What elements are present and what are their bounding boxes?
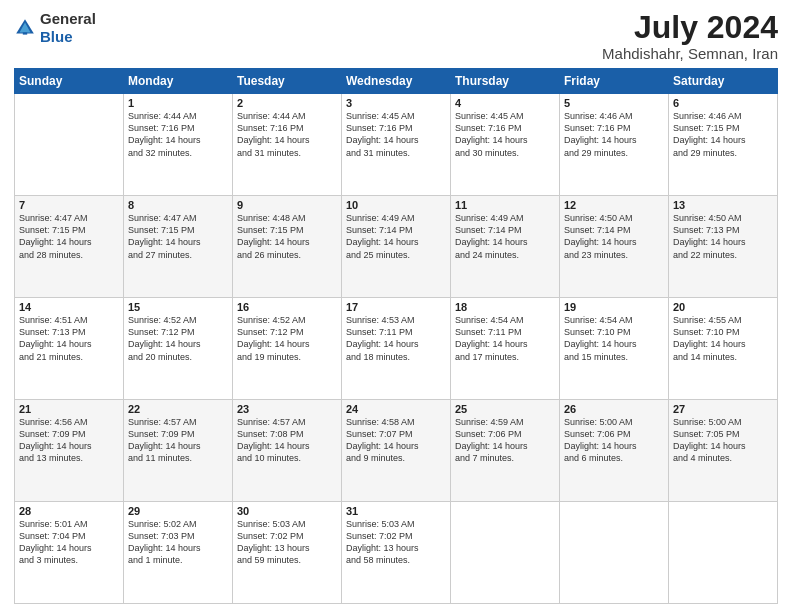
- logo-text: General Blue: [40, 10, 96, 46]
- calendar-cell: 2Sunrise: 4:44 AM Sunset: 7:16 PM Daylig…: [233, 94, 342, 196]
- cell-date-number: 30: [237, 505, 337, 517]
- cell-date-number: 14: [19, 301, 119, 313]
- main-title: July 2024: [602, 10, 778, 45]
- cell-info: Sunrise: 4:52 AM Sunset: 7:12 PM Dayligh…: [128, 314, 228, 363]
- cell-date-number: 1: [128, 97, 228, 109]
- calendar-cell: 8Sunrise: 4:47 AM Sunset: 7:15 PM Daylig…: [124, 196, 233, 298]
- cell-date-number: 19: [564, 301, 664, 313]
- cell-date-number: 6: [673, 97, 773, 109]
- cell-date-number: 28: [19, 505, 119, 517]
- cell-date-number: 8: [128, 199, 228, 211]
- logo-general: General: [40, 10, 96, 27]
- cell-info: Sunrise: 4:53 AM Sunset: 7:11 PM Dayligh…: [346, 314, 446, 363]
- calendar-cell: 13Sunrise: 4:50 AM Sunset: 7:13 PM Dayli…: [669, 196, 778, 298]
- svg-rect-2: [23, 32, 27, 34]
- cell-date-number: 25: [455, 403, 555, 415]
- calendar-cell: 14Sunrise: 4:51 AM Sunset: 7:13 PM Dayli…: [15, 298, 124, 400]
- cell-info: Sunrise: 4:49 AM Sunset: 7:14 PM Dayligh…: [455, 212, 555, 261]
- calendar-cell: 28Sunrise: 5:01 AM Sunset: 7:04 PM Dayli…: [15, 502, 124, 604]
- calendar-header-row: SundayMondayTuesdayWednesdayThursdayFrid…: [15, 69, 778, 94]
- cell-date-number: 15: [128, 301, 228, 313]
- cell-info: Sunrise: 4:52 AM Sunset: 7:12 PM Dayligh…: [237, 314, 337, 363]
- cell-date-number: 24: [346, 403, 446, 415]
- cell-date-number: 26: [564, 403, 664, 415]
- calendar-cell: [451, 502, 560, 604]
- cell-info: Sunrise: 5:00 AM Sunset: 7:06 PM Dayligh…: [564, 416, 664, 465]
- cell-info: Sunrise: 4:44 AM Sunset: 7:16 PM Dayligh…: [128, 110, 228, 159]
- title-block: July 2024 Mahdishahr, Semnan, Iran: [602, 10, 778, 62]
- calendar-cell: 1Sunrise: 4:44 AM Sunset: 7:16 PM Daylig…: [124, 94, 233, 196]
- cell-info: Sunrise: 5:00 AM Sunset: 7:05 PM Dayligh…: [673, 416, 773, 465]
- sub-title: Mahdishahr, Semnan, Iran: [602, 45, 778, 62]
- calendar-cell: 17Sunrise: 4:53 AM Sunset: 7:11 PM Dayli…: [342, 298, 451, 400]
- cell-date-number: 31: [346, 505, 446, 517]
- cell-info: Sunrise: 4:54 AM Sunset: 7:10 PM Dayligh…: [564, 314, 664, 363]
- calendar-cell: 4Sunrise: 4:45 AM Sunset: 7:16 PM Daylig…: [451, 94, 560, 196]
- cell-date-number: 13: [673, 199, 773, 211]
- day-header-monday: Monday: [124, 69, 233, 94]
- calendar-week-row: 14Sunrise: 4:51 AM Sunset: 7:13 PM Dayli…: [15, 298, 778, 400]
- cell-info: Sunrise: 5:03 AM Sunset: 7:02 PM Dayligh…: [346, 518, 446, 567]
- cell-info: Sunrise: 4:58 AM Sunset: 7:07 PM Dayligh…: [346, 416, 446, 465]
- cell-date-number: 23: [237, 403, 337, 415]
- calendar-cell: [560, 502, 669, 604]
- cell-info: Sunrise: 4:46 AM Sunset: 7:16 PM Dayligh…: [564, 110, 664, 159]
- calendar-cell: 7Sunrise: 4:47 AM Sunset: 7:15 PM Daylig…: [15, 196, 124, 298]
- cell-info: Sunrise: 4:57 AM Sunset: 7:08 PM Dayligh…: [237, 416, 337, 465]
- cell-date-number: 7: [19, 199, 119, 211]
- cell-date-number: 18: [455, 301, 555, 313]
- calendar-cell: 25Sunrise: 4:59 AM Sunset: 7:06 PM Dayli…: [451, 400, 560, 502]
- cell-date-number: 12: [564, 199, 664, 211]
- header: General Blue July 2024 Mahdishahr, Semna…: [14, 10, 778, 62]
- cell-date-number: 20: [673, 301, 773, 313]
- page: General Blue July 2024 Mahdishahr, Semna…: [0, 0, 792, 612]
- cell-date-number: 9: [237, 199, 337, 211]
- calendar-cell: 20Sunrise: 4:55 AM Sunset: 7:10 PM Dayli…: [669, 298, 778, 400]
- cell-date-number: 21: [19, 403, 119, 415]
- calendar-cell: 6Sunrise: 4:46 AM Sunset: 7:15 PM Daylig…: [669, 94, 778, 196]
- calendar-week-row: 21Sunrise: 4:56 AM Sunset: 7:09 PM Dayli…: [15, 400, 778, 502]
- cell-date-number: 3: [346, 97, 446, 109]
- calendar-cell: 3Sunrise: 4:45 AM Sunset: 7:16 PM Daylig…: [342, 94, 451, 196]
- cell-info: Sunrise: 4:56 AM Sunset: 7:09 PM Dayligh…: [19, 416, 119, 465]
- logo-icon: [14, 17, 36, 39]
- day-header-tuesday: Tuesday: [233, 69, 342, 94]
- cell-info: Sunrise: 4:47 AM Sunset: 7:15 PM Dayligh…: [128, 212, 228, 261]
- cell-date-number: 2: [237, 97, 337, 109]
- cell-info: Sunrise: 4:50 AM Sunset: 7:13 PM Dayligh…: [673, 212, 773, 261]
- cell-date-number: 16: [237, 301, 337, 313]
- cell-date-number: 22: [128, 403, 228, 415]
- cell-date-number: 17: [346, 301, 446, 313]
- calendar-cell: 27Sunrise: 5:00 AM Sunset: 7:05 PM Dayli…: [669, 400, 778, 502]
- calendar-cell: 16Sunrise: 4:52 AM Sunset: 7:12 PM Dayli…: [233, 298, 342, 400]
- cell-date-number: 27: [673, 403, 773, 415]
- day-header-wednesday: Wednesday: [342, 69, 451, 94]
- calendar-cell: [669, 502, 778, 604]
- calendar-cell: 26Sunrise: 5:00 AM Sunset: 7:06 PM Dayli…: [560, 400, 669, 502]
- cell-info: Sunrise: 4:45 AM Sunset: 7:16 PM Dayligh…: [346, 110, 446, 159]
- logo: General Blue: [14, 10, 96, 46]
- calendar-cell: 11Sunrise: 4:49 AM Sunset: 7:14 PM Dayli…: [451, 196, 560, 298]
- calendar-cell: 30Sunrise: 5:03 AM Sunset: 7:02 PM Dayli…: [233, 502, 342, 604]
- logo-blue: Blue: [40, 28, 73, 45]
- calendar-week-row: 7Sunrise: 4:47 AM Sunset: 7:15 PM Daylig…: [15, 196, 778, 298]
- cell-info: Sunrise: 4:44 AM Sunset: 7:16 PM Dayligh…: [237, 110, 337, 159]
- calendar-cell: 15Sunrise: 4:52 AM Sunset: 7:12 PM Dayli…: [124, 298, 233, 400]
- calendar-week-row: 28Sunrise: 5:01 AM Sunset: 7:04 PM Dayli…: [15, 502, 778, 604]
- cell-info: Sunrise: 4:59 AM Sunset: 7:06 PM Dayligh…: [455, 416, 555, 465]
- calendar-cell: 9Sunrise: 4:48 AM Sunset: 7:15 PM Daylig…: [233, 196, 342, 298]
- cell-date-number: 29: [128, 505, 228, 517]
- cell-info: Sunrise: 4:49 AM Sunset: 7:14 PM Dayligh…: [346, 212, 446, 261]
- calendar-cell: 24Sunrise: 4:58 AM Sunset: 7:07 PM Dayli…: [342, 400, 451, 502]
- calendar-cell: 31Sunrise: 5:03 AM Sunset: 7:02 PM Dayli…: [342, 502, 451, 604]
- cell-date-number: 4: [455, 97, 555, 109]
- cell-info: Sunrise: 5:01 AM Sunset: 7:04 PM Dayligh…: [19, 518, 119, 567]
- day-header-friday: Friday: [560, 69, 669, 94]
- calendar-cell: 12Sunrise: 4:50 AM Sunset: 7:14 PM Dayli…: [560, 196, 669, 298]
- calendar-cell: 10Sunrise: 4:49 AM Sunset: 7:14 PM Dayli…: [342, 196, 451, 298]
- calendar-cell: 18Sunrise: 4:54 AM Sunset: 7:11 PM Dayli…: [451, 298, 560, 400]
- cell-info: Sunrise: 5:03 AM Sunset: 7:02 PM Dayligh…: [237, 518, 337, 567]
- calendar-cell: [15, 94, 124, 196]
- cell-date-number: 11: [455, 199, 555, 211]
- calendar-cell: 23Sunrise: 4:57 AM Sunset: 7:08 PM Dayli…: [233, 400, 342, 502]
